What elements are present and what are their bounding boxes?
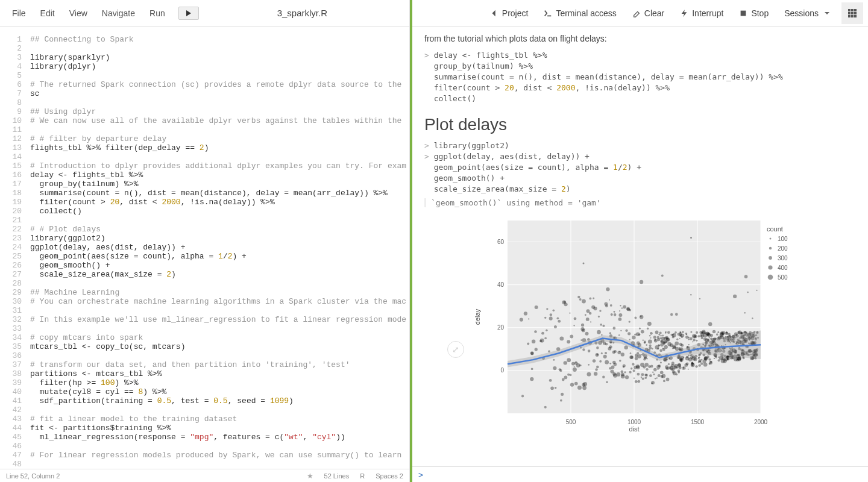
svg-point-559 xyxy=(553,309,555,311)
svg-point-662 xyxy=(710,334,713,337)
svg-point-728 xyxy=(583,263,585,264)
svg-point-686 xyxy=(704,356,708,360)
svg-point-585 xyxy=(658,365,661,367)
svg-point-481 xyxy=(640,280,643,284)
console-block-2: > library(ggplot2) > ggplot(delay, aes(d… xyxy=(424,140,856,195)
svg-point-613 xyxy=(727,358,729,360)
plot-expand-button[interactable]: ⤢ xyxy=(447,341,464,358)
svg-point-415 xyxy=(637,366,640,369)
svg-point-120 xyxy=(653,368,657,372)
code-content[interactable]: ## Connecting to Sparklibrary(sparklyr)l… xyxy=(27,27,409,469)
filename-label: 3_sparklyr.R xyxy=(201,8,403,18)
svg-point-676 xyxy=(662,334,664,336)
repl-prompt[interactable]: > xyxy=(412,466,868,482)
output-scroll[interactable]: from the tutorial which plots data on fl… xyxy=(412,27,868,466)
svg-point-443 xyxy=(682,369,684,370)
svg-point-702 xyxy=(561,393,564,396)
svg-point-181 xyxy=(624,371,626,373)
svg-text:500: 500 xyxy=(566,419,576,425)
svg-point-576 xyxy=(557,318,559,320)
output-pane: Project Terminal access Clear Interrupt … xyxy=(410,0,868,482)
svg-point-304 xyxy=(640,315,644,319)
svg-point-699 xyxy=(650,365,653,368)
sessions-dropdown[interactable]: Sessions xyxy=(777,6,837,20)
svg-point-537 xyxy=(701,337,703,339)
svg-point-627 xyxy=(653,374,655,375)
svg-point-335 xyxy=(548,350,550,352)
svg-point-397 xyxy=(609,363,611,365)
svg-point-525 xyxy=(591,305,595,309)
code-editor[interactable]: 1234567891011121314151617181920212223242… xyxy=(0,27,409,469)
grid-icon xyxy=(848,8,857,18)
svg-point-246 xyxy=(661,374,665,378)
toolbar: Project Terminal access Clear Interrupt … xyxy=(412,0,868,27)
svg-point-234 xyxy=(652,348,653,350)
svg-point-730 xyxy=(770,238,772,240)
menu-run[interactable]: Run xyxy=(143,6,171,20)
svg-point-270 xyxy=(550,386,554,390)
geom-smooth-message: `geom_smooth()` using method = 'gam' xyxy=(424,198,856,207)
terminal-button[interactable]: Terminal access xyxy=(536,6,623,20)
svg-point-596 xyxy=(601,352,603,354)
svg-point-164 xyxy=(520,318,523,322)
svg-point-183 xyxy=(635,354,638,357)
svg-point-498 xyxy=(643,358,646,360)
svg-point-273 xyxy=(651,381,655,384)
svg-point-98 xyxy=(585,332,589,336)
svg-point-364 xyxy=(550,313,552,316)
svg-point-517 xyxy=(583,382,587,386)
svg-point-727 xyxy=(690,237,692,239)
svg-point-574 xyxy=(560,399,562,402)
svg-point-660 xyxy=(577,386,582,390)
svg-point-492 xyxy=(637,380,640,383)
svg-point-287 xyxy=(699,298,700,299)
star-icon[interactable]: ★ xyxy=(307,472,313,480)
menu-view[interactable]: View xyxy=(63,6,93,20)
interrupt-button[interactable]: Interrupt xyxy=(673,6,731,20)
svg-point-479 xyxy=(611,313,613,316)
svg-point-89 xyxy=(658,374,661,377)
grid-button[interactable] xyxy=(841,2,863,24)
menu-file[interactable]: File xyxy=(6,6,32,20)
svg-point-515 xyxy=(614,363,617,366)
svg-point-139 xyxy=(625,375,629,379)
svg-point-655 xyxy=(617,351,621,354)
svg-point-524 xyxy=(681,344,684,347)
svg-point-348 xyxy=(678,369,681,372)
svg-point-688 xyxy=(657,348,659,349)
svg-point-619 xyxy=(595,353,599,357)
svg-point-438 xyxy=(579,298,582,301)
clear-button[interactable]: Clear xyxy=(625,6,671,20)
svg-point-40 xyxy=(643,340,644,341)
svg-point-69 xyxy=(618,313,622,317)
svg-point-717 xyxy=(629,321,631,322)
svg-point-251 xyxy=(655,331,659,334)
menu-edit[interactable]: Edit xyxy=(34,6,61,20)
svg-point-374 xyxy=(614,313,617,316)
svg-text:400: 400 xyxy=(778,264,788,271)
project-button[interactable]: Project xyxy=(483,6,536,20)
svg-point-549 xyxy=(652,383,653,384)
svg-point-235 xyxy=(752,318,753,319)
svg-point-489 xyxy=(621,371,624,374)
svg-point-412 xyxy=(670,313,673,316)
menu-navigate[interactable]: Navigate xyxy=(96,6,141,20)
svg-point-566 xyxy=(672,336,675,338)
svg-rect-9 xyxy=(854,15,857,17)
run-button[interactable] xyxy=(178,7,199,20)
svg-point-272 xyxy=(577,296,580,298)
line-gutter: 1234567891011121314151617181920212223242… xyxy=(0,27,27,469)
svg-point-736 xyxy=(768,265,772,269)
bolt-icon xyxy=(680,9,688,17)
stop-button[interactable]: Stop xyxy=(732,6,776,20)
svg-point-344 xyxy=(564,302,568,306)
svg-point-254 xyxy=(641,330,644,334)
svg-point-703 xyxy=(632,363,634,365)
svg-point-221 xyxy=(675,313,678,316)
svg-point-217 xyxy=(605,352,607,354)
svg-point-457 xyxy=(593,297,594,299)
svg-point-636 xyxy=(719,356,723,360)
svg-point-461 xyxy=(634,377,635,378)
svg-point-554 xyxy=(703,333,707,337)
svg-point-682 xyxy=(663,380,665,382)
